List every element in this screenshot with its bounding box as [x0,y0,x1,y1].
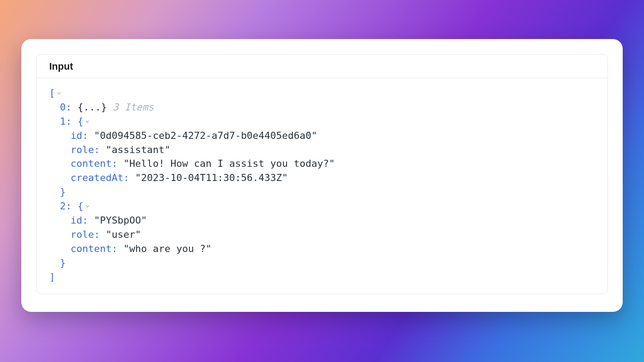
colon: : [123,172,129,183]
chevron-down-icon[interactable] [84,203,90,209]
item-2-index: 2 [60,201,66,212]
item-0-index: 0 [60,102,66,113]
item-0-row[interactable]: 0: {...} 3 Items [49,100,595,114]
value-role: "user" [106,229,141,240]
item-1-content-row[interactable]: content: "Hello! How can I assist you to… [49,157,595,171]
item-0-meta: 3 Items [113,102,154,113]
object-close-brace: } [60,257,66,268]
item-2-open-row[interactable]: 2: { [49,199,595,213]
colon: : [66,102,71,113]
item-0-collapsed: {...} [78,102,107,113]
colon: : [82,130,88,141]
array-open-bracket: [ [49,87,55,98]
key-content: content [71,243,112,254]
colon: : [112,158,118,169]
item-1-role-row[interactable]: role: "assistant" [49,143,595,157]
colon: : [82,215,88,226]
panel-title: Input [37,55,607,78]
key-content: content [71,158,112,169]
key-id: id [71,215,82,226]
item-2-id-row[interactable]: id: "PYSbpOO" [49,213,595,228]
key-role: role [71,229,94,240]
object-open-brace: { [78,116,83,127]
value-createdAt: "2023-10-04T11:30:56.433Z" [135,172,288,183]
input-panel: Input [0: {...} 3 Items1: {id: "0d094585… [36,54,608,294]
key-role: role [71,144,94,155]
item-1-id-row[interactable]: id: "0d094585-ceb2-4272-a7d7-b0e4405ed6a… [49,129,595,143]
colon: : [112,243,118,254]
value-role: "assistant" [106,144,170,155]
key-createdAt: createdAt [71,172,123,183]
value-content: "who are you ?" [123,243,212,254]
array-open-row[interactable]: [ [49,86,595,100]
colon: : [66,116,71,127]
item-1-close-row: } [49,185,595,199]
item-1-createdAt-row[interactable]: createdAt: "2023-10-04T11:30:56.433Z" [49,171,595,185]
key-id: id [71,130,82,141]
json-viewer: [0: {...} 3 Items1: {id: "0d094585-ceb2-… [37,78,607,294]
value-id: "0d094585-ceb2-4272-a7d7-b0e4405ed6a0" [94,130,317,141]
chevron-down-icon[interactable] [56,90,62,96]
colon: : [66,201,71,212]
item-2-close-row: } [49,256,595,270]
value-content: "Hello! How can I assist you today?" [123,158,335,169]
array-close-bracket: ] [49,272,55,283]
array-close-row: ] [49,270,595,284]
item-2-content-row[interactable]: content: "who are you ?" [49,242,595,256]
chevron-down-icon[interactable] [84,118,90,125]
main-card: Input [0: {...} 3 Items1: {id: "0d094585… [21,39,623,312]
colon: : [94,229,100,240]
object-close-brace: } [60,186,66,197]
item-2-role-row[interactable]: role: "user" [49,228,595,242]
object-open-brace: { [78,201,83,212]
item-1-open-row[interactable]: 1: { [49,114,595,129]
colon: : [94,144,100,155]
item-1-index: 1 [60,116,66,127]
value-id: "PYSbpOO" [94,215,147,226]
